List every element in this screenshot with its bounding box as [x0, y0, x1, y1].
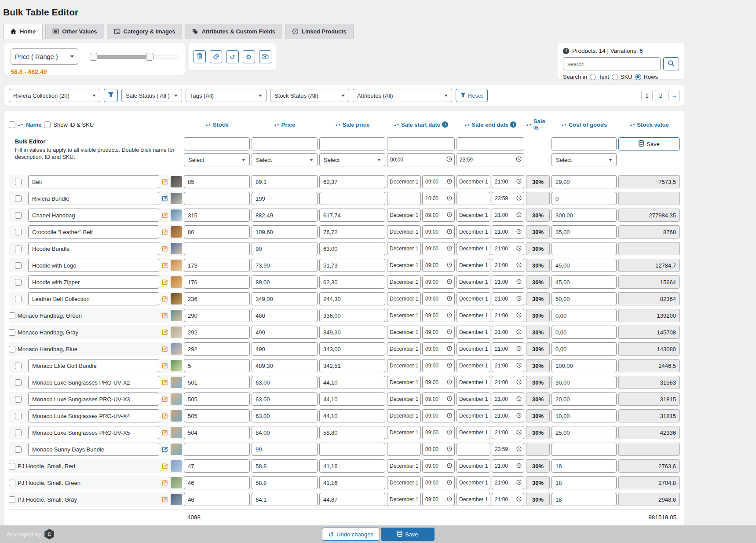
price-input[interactable]: [252, 275, 318, 289]
price-input[interactable]: [252, 309, 318, 322]
stock-input[interactable]: [184, 359, 250, 372]
cost-of-goods-input[interactable]: [551, 209, 617, 222]
sale-end-date-input[interactable]: [457, 476, 490, 489]
row-checkbox[interactable]: [15, 212, 22, 219]
price-input[interactable]: [252, 242, 318, 255]
sale-end-time-input[interactable]: [492, 293, 516, 305]
cost-of-goods-input[interactable]: [551, 443, 617, 456]
cost-of-goods-input[interactable]: [551, 242, 617, 255]
radio-rows[interactable]: [635, 74, 641, 80]
sale-end-time-input[interactable]: [492, 477, 516, 489]
cost-of-goods-input[interactable]: [551, 459, 617, 473]
sale-start-time-input[interactable]: [423, 426, 447, 439]
sale-end-time-field[interactable]: [492, 275, 524, 289]
price-input[interactable]: [252, 259, 318, 272]
tab-category-images[interactable]: Category & Images: [107, 24, 183, 39]
price-input[interactable]: [252, 443, 318, 456]
sale-start-date-input[interactable]: [387, 275, 421, 289]
sale-end-time-field[interactable]: [492, 209, 524, 222]
stock-input[interactable]: [184, 493, 250, 506]
product-thumbnail[interactable]: [171, 260, 182, 271]
settings-button[interactable]: ⚙: [243, 50, 255, 63]
sale-start-date-input[interactable]: [387, 309, 421, 322]
sale-price-input[interactable]: [319, 359, 385, 372]
radio-sku[interactable]: [612, 74, 618, 80]
stock-input[interactable]: [184, 459, 250, 473]
sale-end-time-input[interactable]: [492, 493, 516, 506]
sale-start-date-input[interactable]: [387, 326, 421, 339]
product-thumbnail[interactable]: [171, 209, 182, 221]
edit-icon[interactable]: [161, 312, 169, 319]
product-thumbnail[interactable]: [171, 377, 182, 388]
sale-start-time-input[interactable]: [423, 493, 447, 506]
edit-icon[interactable]: [161, 195, 169, 202]
sale-start-date-input[interactable]: [387, 476, 421, 489]
row-checkbox[interactable]: [9, 346, 15, 352]
cost-of-goods-input[interactable]: [551, 342, 617, 356]
sale-start-time-field[interactable]: [422, 275, 455, 289]
price-input[interactable]: [252, 326, 318, 339]
cost-of-goods-input[interactable]: [551, 309, 617, 322]
sale-start-date-input[interactable]: [387, 443, 421, 456]
edit-icon[interactable]: [161, 362, 169, 369]
sale-end-date-input[interactable]: [457, 209, 490, 222]
sale-start-time-field[interactable]: [422, 426, 455, 439]
product-thumbnail[interactable]: [171, 460, 182, 472]
sale-start-time-input[interactable]: [423, 343, 447, 355]
product-thumbnail[interactable]: [171, 226, 182, 238]
sale-end-time-field[interactable]: [492, 493, 524, 506]
header-cost-of-goods[interactable]: ▲▼Cost of goods: [551, 121, 617, 128]
collection-select[interactable]: Riviera Collection (20): [9, 89, 100, 102]
upload-button[interactable]: [259, 50, 271, 63]
cost-of-goods-input[interactable]: [551, 292, 617, 305]
product-name-input[interactable]: [28, 259, 159, 272]
show-id-sku-checkbox[interactable]: [44, 121, 51, 128]
sale-start-date-input[interactable]: [387, 209, 421, 222]
sale-price-input[interactable]: [319, 443, 385, 456]
sale-start-time-field[interactable]: [422, 393, 455, 406]
bulk-save-button[interactable]: Save: [618, 137, 680, 150]
sale-end-date-input[interactable]: [457, 275, 490, 289]
sale-price-input[interactable]: [319, 225, 385, 238]
tab-other-values[interactable]: Other Values: [45, 24, 104, 39]
price-input[interactable]: [252, 493, 318, 506]
product-thumbnail[interactable]: [171, 410, 182, 422]
sale-start-time-input[interactable]: [423, 326, 447, 338]
stock-status-select[interactable]: Stock Status (All): [270, 89, 349, 102]
slider-handle-min[interactable]: [90, 53, 97, 61]
product-name-input[interactable]: [28, 275, 159, 289]
sale-start-time-input[interactable]: [423, 393, 447, 405]
cost-of-goods-input[interactable]: [551, 409, 617, 422]
stock-input[interactable]: [184, 409, 250, 422]
sale-price-input[interactable]: [319, 342, 385, 356]
page-2-button[interactable]: 2: [655, 90, 666, 101]
sale-end-time-field[interactable]: [492, 409, 524, 422]
sale-price-input[interactable]: [319, 192, 385, 205]
sale-start-date-input[interactable]: [387, 342, 421, 356]
sale-start-time-input[interactable]: [423, 192, 447, 205]
product-name-input[interactable]: [28, 393, 159, 406]
row-checkbox[interactable]: [15, 396, 22, 403]
product-name-input[interactable]: [28, 359, 159, 372]
sale-end-time-input[interactable]: [492, 259, 516, 272]
sale-end-time-field[interactable]: [492, 426, 524, 439]
sale-end-time-field[interactable]: [492, 175, 524, 188]
product-thumbnail[interactable]: [171, 477, 182, 488]
sale-price-input[interactable]: [319, 292, 385, 305]
sale-price-input[interactable]: [319, 242, 385, 255]
edit-icon[interactable]: [161, 295, 169, 302]
sale-start-time-field[interactable]: [422, 459, 455, 473]
product-thumbnail[interactable]: [171, 360, 182, 371]
product-thumbnail[interactable]: [171, 293, 182, 305]
radio-sku-label[interactable]: SKU: [621, 73, 632, 80]
row-checkbox[interactable]: [9, 480, 15, 486]
edit-icon[interactable]: [161, 345, 169, 352]
product-name-input[interactable]: [28, 443, 159, 456]
row-checkbox[interactable]: [9, 496, 15, 503]
header-sale-start-date[interactable]: ▲▼Sale start datei: [387, 121, 455, 128]
edit-icon[interactable]: [161, 329, 169, 336]
sale-end-time-input[interactable]: [492, 226, 516, 238]
tab-linked-products[interactable]: Linked Products: [285, 24, 354, 39]
row-checkbox[interactable]: [15, 379, 22, 386]
edit-icon[interactable]: [161, 462, 169, 470]
